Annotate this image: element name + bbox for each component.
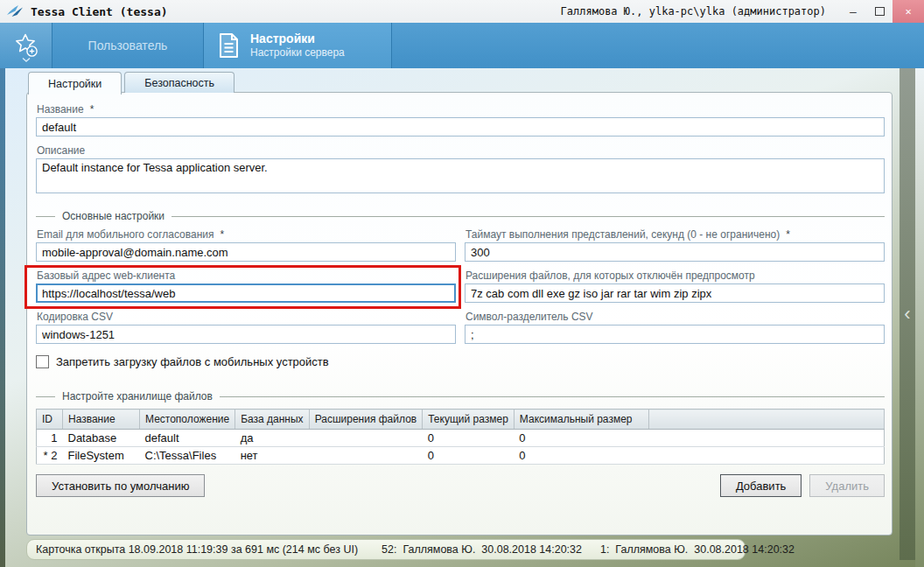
logged-in-user: Галлямова Ю., ylka-pc\ylka (администрато… — [561, 5, 826, 18]
column-header[interactable]: База данных — [235, 410, 309, 430]
table-cell: 0 — [514, 447, 648, 465]
table-cell: да — [235, 430, 309, 447]
email-label: Email для мобильного согласования* — [37, 228, 456, 241]
disabled-preview-extensions-input[interactable] — [465, 284, 885, 303]
table-cell: 0 — [423, 447, 514, 465]
table-cell: Database — [63, 430, 140, 447]
toolbar-separator — [391, 23, 392, 68]
close-button[interactable]: ✕ — [892, 0, 924, 23]
maximize-icon — [875, 7, 885, 16]
right-frame-edge — [915, 68, 924, 567]
content-area: ‹ Настройки Безопасность Название* Описа… — [0, 68, 924, 567]
main-settings-group-header: Основные настройки — [36, 210, 885, 222]
web-client-address-input[interactable] — [36, 284, 456, 303]
maximize-button[interactable] — [866, 0, 892, 23]
column-header[interactable]: Текущий размер — [423, 410, 514, 430]
table-cell: нет — [235, 447, 309, 465]
favorites-add-button[interactable] — [0, 23, 52, 68]
toolbar-item-settings[interactable]: Настройки Настройки сервера — [204, 23, 391, 68]
table-cell-filler — [648, 430, 884, 447]
column-header[interactable]: Местоположение — [140, 410, 235, 430]
forbid-mobile-upload-label: Запретить загрузку файлов с мобильных ус… — [56, 355, 329, 368]
csv-separator-input[interactable] — [465, 325, 885, 344]
table-cell-filler — [648, 447, 884, 465]
table-row[interactable]: 1Databasedefaultда00 — [37, 430, 885, 447]
views-timeout-input[interactable] — [465, 242, 885, 262]
set-default-button[interactable]: Установить по умолчанию — [36, 474, 205, 497]
disabled-preview-extensions-label: Расширения файлов, для которых отключён … — [466, 270, 885, 282]
tab-security[interactable]: Безопасность — [124, 72, 234, 93]
table-cell: * 2 — [37, 447, 63, 465]
tab-settings[interactable]: Настройки — [28, 72, 122, 94]
card-opened-status: Карточка открыта 18.09.2018 11:19:39 за … — [36, 543, 358, 556]
table-cell — [309, 430, 423, 447]
csv-encoding-input[interactable] — [36, 325, 456, 344]
file-storage-group-header: Настройте хранилище файлов — [36, 390, 885, 402]
table-cell: 1 — [37, 430, 63, 447]
page-tabs: Настройки Безопасность — [28, 72, 234, 94]
mobile-approval-email-input[interactable] — [36, 242, 456, 262]
title-bar: Tessa Client (tessa) Галлямова Ю., ylka-… — [0, 0, 924, 23]
description-textarea[interactable]: Default instance for Tessa application s… — [36, 158, 885, 193]
csv-encoding-label: Кодировка CSV — [37, 311, 456, 323]
toolbar-settings-title: Настройки — [250, 32, 345, 47]
table-buttons-row: Установить по умолчанию Добавить Удалить — [36, 474, 885, 497]
toolbar-settings-subtitle: Настройки сервера — [250, 46, 345, 60]
column-header[interactable]: Максимальный размер — [514, 410, 648, 430]
name-input[interactable] — [36, 117, 885, 136]
forbid-mobile-upload-checkbox[interactable] — [36, 355, 49, 368]
toolbar-item-user[interactable]: Пользователь — [52, 23, 203, 68]
chevron-down-icon — [22, 50, 31, 66]
column-header[interactable]: ID — [37, 410, 63, 430]
minimize-button[interactable]: – — [840, 0, 866, 23]
csv-separator-label: Символ-разделитель CSV — [466, 311, 885, 323]
window-title: Tessa Client (tessa) — [31, 5, 168, 18]
name-label: Название* — [37, 103, 885, 116]
table-cell: FileSystem — [63, 447, 140, 465]
table-cell: C:\Tessa\Files — [140, 447, 235, 465]
status-entry-1: 1: Галлямова Ю. 30.08.2018 14:20:32 — [600, 543, 794, 556]
table-cell: 0 — [423, 430, 514, 447]
description-label: Описание — [37, 144, 885, 157]
left-frame-edge — [0, 68, 5, 567]
status-entry-52: 52: Галлямова Ю. 30.08.2018 14:20:32 — [382, 543, 582, 556]
app-window: Tessa Client (tessa) Галлямова Ю., ylka-… — [0, 0, 924, 567]
tessa-logo-icon — [7, 5, 23, 18]
table-cell: 0 — [514, 430, 648, 447]
right-panel-splitter[interactable]: ‹ — [900, 68, 915, 560]
document-icon — [217, 32, 241, 60]
table-cell — [309, 447, 423, 465]
column-header[interactable]: Название — [63, 410, 140, 430]
storage-table: IDНазваниеМестоположениеБаза данныхРасши… — [36, 409, 885, 465]
table-row[interactable]: * 2FileSystemC:\Tessa\Filesнет00 — [37, 447, 885, 465]
column-header[interactable]: Расширения файлов — [309, 410, 423, 430]
table-header-row: IDНазваниеМестоположениеБаза данныхРасши… — [37, 410, 885, 430]
forbid-mobile-upload-row[interactable]: Запретить загрузку файлов с мобильных ус… — [36, 355, 885, 368]
web-client-address-label: Базовый адрес web-клиента — [37, 270, 456, 282]
delete-button[interactable]: Удалить — [809, 474, 885, 497]
timeout-label: Таймаут выполнения представлений, секунд… — [466, 228, 885, 241]
add-button[interactable]: Добавить — [720, 474, 802, 497]
collapse-left-icon: ‹ — [904, 303, 910, 326]
table-cell: default — [140, 430, 235, 447]
column-header-filler — [648, 410, 884, 430]
main-toolbar: Пользователь Настройки Настройки сервера — [0, 23, 924, 68]
settings-form-card: Название* Описание Default instance for … — [26, 92, 892, 536]
status-bar: Карточка открыта 18.09.2018 11:19:39 за … — [26, 539, 746, 560]
